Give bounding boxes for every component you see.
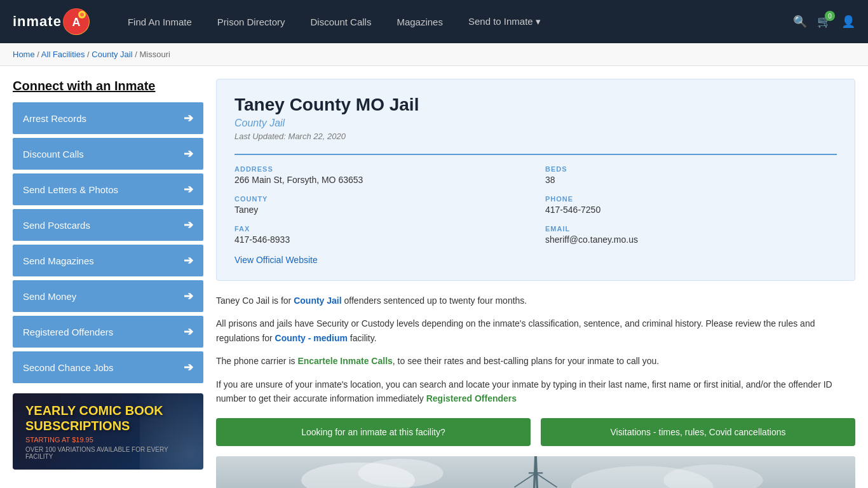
- breadcrumb-state: Missouri: [139, 50, 170, 59]
- svg-point-6: [358, 459, 444, 487]
- arrow-icon: ➔: [184, 289, 193, 303]
- county-jail-link[interactable]: County Jail: [294, 295, 341, 306]
- logo-icon: A: [63, 8, 90, 35]
- facility-card: Taney County MO Jail County Jail Last Up…: [216, 79, 855, 281]
- ad-subtitle: STARTING AT $19.95: [25, 436, 191, 444]
- visitations-button[interactable]: Visitations - times, rules, Covid cancel…: [541, 418, 855, 446]
- county-block: COUNTY Taney: [234, 195, 526, 215]
- nav-links: Find An Inmate Prison Directory Discount…: [115, 2, 793, 41]
- desc-para-3: The phone carrier is Encartele Inmate Ca…: [216, 354, 855, 368]
- county-label: COUNTY: [234, 195, 526, 203]
- facility-updated: Last Updated: March 22, 2020: [234, 132, 837, 141]
- cart-container[interactable]: 🛒 0: [817, 15, 831, 29]
- action-buttons: Looking for an inmate at this facility? …: [216, 418, 855, 446]
- arrow-icon: ➔: [184, 182, 193, 196]
- nav-discount-calls[interactable]: Discount Calls: [298, 3, 384, 41]
- facility-name: Taney County MO Jail: [234, 95, 837, 115]
- fax-block: FAX 417-546-8933: [234, 225, 526, 245]
- beds-label: BEDS: [545, 165, 837, 173]
- nav-right: 🔍 🛒 0 👤: [793, 15, 855, 29]
- logo-text: inmate: [13, 13, 62, 30]
- county-medium-link[interactable]: County - medium: [275, 333, 348, 343]
- sidebar-title: Connect with an Inmate: [13, 79, 203, 93]
- cart-badge: 0: [825, 11, 835, 21]
- find-inmate-button[interactable]: Looking for an inmate at this facility?: [216, 418, 531, 446]
- svg-text:A: A: [72, 16, 80, 29]
- facility-description: Taney Co Jail is for County Jail offende…: [216, 281, 855, 488]
- facility-details: ADDRESS 266 Main St, Forsyth, MO 63653 B…: [234, 154, 837, 245]
- sidebar: Connect with an Inmate Arrest Records ➔ …: [13, 79, 203, 488]
- sidebar-item-registered-offenders[interactable]: Registered Offenders ➔: [13, 316, 203, 348]
- registered-offenders-link[interactable]: Registered Offenders: [426, 393, 517, 403]
- email-block: EMAIL sheriff@co.taney.mo.us: [545, 225, 837, 245]
- sidebar-item-send-money[interactable]: Send Money ➔: [13, 280, 203, 312]
- ad-price: OVER 100 VARIATIONS AVAILABLE FOR EVERY …: [25, 446, 191, 460]
- sidebar-item-second-chance-jobs[interactable]: Second Chance Jobs ➔: [13, 351, 203, 383]
- svg-point-3: [80, 13, 84, 17]
- fax-value: 417-546-8933: [234, 234, 526, 245]
- address-label: ADDRESS: [234, 165, 526, 173]
- phone-value: 417-546-7250: [545, 205, 837, 215]
- arrow-icon: ➔: [184, 218, 193, 232]
- county-value: Taney: [234, 205, 526, 215]
- arrow-icon: ➔: [184, 147, 193, 161]
- sidebar-item-send-magazines[interactable]: Send Magazines ➔: [13, 245, 203, 276]
- arrow-icon: ➔: [184, 360, 193, 374]
- email-label: EMAIL: [545, 225, 837, 233]
- email-value: sheriff@co.taney.mo.us: [545, 234, 837, 245]
- desc-para-2: All prisons and jails have Security or C…: [216, 316, 855, 345]
- breadcrumb-all-facilities[interactable]: All Facilities: [41, 50, 85, 59]
- beds-value: 38: [545, 175, 837, 185]
- breadcrumb-county-jail[interactable]: County Jail: [92, 50, 132, 59]
- user-icon[interactable]: 👤: [841, 15, 855, 29]
- phone-block: PHONE 417-546-7250: [545, 195, 837, 215]
- desc-para-1: Taney Co Jail is for County Jail offende…: [216, 294, 855, 308]
- desc-para-4: If you are unsure of your inmate's locat…: [216, 377, 855, 406]
- view-website-link[interactable]: View Official Website: [234, 255, 318, 265]
- facility-type: County Jail: [234, 118, 837, 129]
- sidebar-menu: Arrest Records ➔ Discount Calls ➔ Send L…: [13, 102, 203, 383]
- address-block: ADDRESS 266 Main St, Forsyth, MO 63653: [234, 165, 526, 185]
- arrow-icon: ➔: [184, 325, 193, 339]
- sidebar-item-arrest-records[interactable]: Arrest Records ➔: [13, 102, 203, 134]
- logo[interactable]: inmate A: [13, 8, 90, 35]
- main-content: Taney County MO Jail County Jail Last Up…: [216, 79, 855, 488]
- beds-block: BEDS 38: [545, 165, 837, 185]
- main-container: Connect with an Inmate Arrest Records ➔ …: [0, 66, 868, 488]
- sidebar-item-send-postcards[interactable]: Send Postcards ➔: [13, 209, 203, 241]
- breadcrumb: Home / All Facilities / County Jail / Mi…: [0, 43, 868, 66]
- sidebar-item-send-letters[interactable]: Send Letters & Photos ➔: [13, 173, 203, 205]
- sidebar-item-discount-calls[interactable]: Discount Calls ➔: [13, 138, 203, 170]
- fax-label: FAX: [234, 225, 526, 233]
- nav-prison-directory[interactable]: Prison Directory: [205, 3, 298, 41]
- nav-magazines[interactable]: Magazines: [384, 3, 456, 41]
- nav-send-to-inmate[interactable]: Send to Inmate ▾: [456, 2, 553, 41]
- encartele-link[interactable]: Encartele Inmate Calls: [297, 356, 392, 366]
- ad-banner[interactable]: YEARLY COMIC BOOK SUBSCRIPTIONS STARTING…: [13, 393, 203, 470]
- navbar: inmate A Find An Inmate Prison Directory…: [0, 0, 868, 43]
- address-value: 266 Main St, Forsyth, MO 63653: [234, 175, 526, 185]
- facility-photo: [216, 456, 855, 488]
- arrow-icon: ➔: [184, 111, 193, 125]
- search-icon[interactable]: 🔍: [793, 15, 807, 29]
- arrow-icon: ➔: [184, 254, 193, 268]
- ad-title-line2: SUBSCRIPTIONS: [25, 418, 191, 433]
- breadcrumb-home[interactable]: Home: [13, 50, 35, 59]
- ad-title-line1: YEARLY COMIC BOOK: [25, 403, 191, 418]
- phone-label: PHONE: [545, 195, 837, 203]
- nav-find-inmate[interactable]: Find An Inmate: [115, 3, 205, 41]
